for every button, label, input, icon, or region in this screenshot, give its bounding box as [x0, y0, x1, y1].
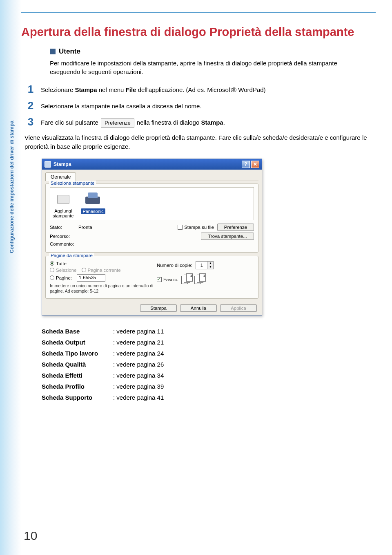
- group-label: Seleziona stampante: [49, 181, 96, 186]
- dialog-footer: Stampa Annulla Applica: [45, 302, 258, 312]
- pages-group: Pagine da stampare Tutte Selezione Pagin…: [45, 256, 258, 299]
- note-paragraph: Viene visualizzata la finestra di dialog…: [24, 133, 368, 151]
- ref-value: vedere pagina 21: [116, 339, 164, 346]
- section-heading-text: Utente: [59, 47, 80, 56]
- radio-label: Selezione: [56, 268, 77, 273]
- pages-hint: Immettere un unico numero di pagina o un…: [50, 283, 157, 294]
- dialog-title-text: Stampa: [53, 161, 71, 167]
- top-rule: [21, 12, 376, 13]
- ref-label: Scheda Output: [42, 339, 113, 346]
- collate-icon: 123 123: [181, 273, 207, 286]
- step-text: Selezionare la stampante nella casella a…: [41, 100, 368, 110]
- page-side-gradient: [0, 0, 21, 555]
- checkbox-label: Stampa su file: [184, 225, 214, 230]
- step-text: Selezionare: [41, 86, 75, 93]
- table-row: Scheda Supporto: vedere pagina 41: [42, 394, 368, 401]
- ref-value: vedere pagina 34: [116, 372, 164, 379]
- close-button[interactable]: ✕: [251, 161, 259, 168]
- print-dialog: Stampa ? ✕ Generale Seleziona stampante …: [42, 159, 262, 316]
- print-to-file-checkbox[interactable]: Stampa su file: [178, 225, 214, 230]
- step-1: 1 Selezionare Stampa nel menu File dell'…: [24, 84, 368, 94]
- spin-up-icon[interactable]: ▲: [208, 262, 213, 265]
- printer-icon: [85, 192, 102, 207]
- tab-generale[interactable]: Generale: [45, 172, 76, 181]
- printer-icon: [45, 161, 51, 168]
- step-number: 3: [24, 116, 37, 127]
- find-printer-button[interactable]: Trova stampante...: [201, 233, 254, 240]
- ref-value: vedere pagina 11: [116, 328, 164, 335]
- table-row: Scheda Output: vedere pagina 21: [42, 339, 368, 346]
- printer-group: Seleziona stampante Aggiungi stampante P…: [45, 184, 258, 253]
- intro-paragraph: Per modificare le impostazioni della sta…: [50, 59, 368, 77]
- ref-label: Scheda Effetti: [42, 372, 113, 379]
- radio-pages[interactable]: Pagine:: [50, 275, 72, 280]
- preferences-button[interactable]: Preferenze: [217, 224, 254, 231]
- section-side-label: Configurazione delle impostazioni del dr…: [9, 121, 16, 253]
- table-row: Scheda Tipo lavoro: vedere pagina 24: [42, 350, 368, 357]
- table-row: Scheda Profilo: vedere pagina 39: [42, 383, 368, 390]
- step-text: nella finestra di dialogo: [137, 119, 201, 126]
- ref-label: Scheda Base: [42, 328, 113, 335]
- group-label: Pagine da stampare: [49, 253, 94, 258]
- ref-label: Scheda Profilo: [42, 383, 113, 390]
- apply-button: Applica: [220, 304, 257, 312]
- step-number: 1: [24, 84, 37, 94]
- step-text: .: [223, 119, 225, 126]
- state-label: Stato:: [50, 225, 78, 230]
- printer-label: Panasonic: [81, 208, 105, 214]
- reference-table: Scheda Base: vedere pagina 11 Scheda Out…: [42, 328, 368, 401]
- radio-selection: Selezione: [50, 268, 77, 273]
- printer-item-add[interactable]: Aggiungi stampante: [53, 192, 74, 218]
- step-text: nel menu: [97, 86, 126, 93]
- ref-value: vedere pagina 26: [116, 361, 164, 368]
- step-text: Fare clic sul pulsante: [41, 119, 100, 126]
- checkbox-label: Fascic.: [163, 277, 178, 282]
- printer-label: Aggiungi stampante: [53, 208, 74, 218]
- dialog-titlebar: Stampa ? ✕: [42, 159, 262, 170]
- step-2: 2 Selezionare la stampante nella casella…: [24, 100, 368, 111]
- ref-value: vedere pagina 41: [116, 394, 164, 401]
- ref-value: vedere pagina 24: [116, 350, 164, 357]
- comment-label: Commento:: [50, 242, 78, 246]
- square-bullet-icon: [50, 49, 56, 54]
- inline-button-preferenze: Preferenze: [101, 119, 134, 128]
- copies-value: 1: [196, 262, 207, 269]
- copies-label: Numero di copie:: [157, 263, 192, 268]
- radio-label: Pagina corrente: [88, 268, 121, 273]
- radio-all[interactable]: Tutte: [50, 261, 67, 266]
- step-text-bold: Stampa: [75, 86, 97, 93]
- printer-list[interactable]: Aggiungi stampante Panasonic: [50, 187, 254, 220]
- table-row: Scheda Effetti: vedere pagina 34: [42, 372, 368, 379]
- collate-checkbox[interactable]: Fascic.: [157, 277, 178, 282]
- pages-input[interactable]: 1-65535: [77, 274, 105, 282]
- ref-label: Scheda Qualità: [42, 361, 113, 368]
- step-text-bold: File: [126, 86, 136, 93]
- printer-item-selected[interactable]: Panasonic: [81, 192, 105, 218]
- help-button[interactable]: ?: [242, 161, 250, 168]
- step-text: dell'applicazione. (Ad es. Microsoft® Wo…: [136, 86, 265, 93]
- radio-label: Tutte: [56, 261, 67, 266]
- section-heading: Utente: [50, 47, 368, 56]
- add-printer-icon: [55, 192, 72, 207]
- ref-label: Scheda Tipo lavoro: [42, 350, 113, 357]
- path-label: Percorso:: [50, 234, 78, 239]
- table-row: Scheda Base: vedere pagina 11: [42, 328, 368, 335]
- table-row: Scheda Qualità: vedere pagina 26: [42, 361, 368, 368]
- ref-label: Scheda Supporto: [42, 394, 113, 401]
- radio-current-page: Pagina corrente: [82, 268, 121, 273]
- step-text-bold: Stampa: [201, 119, 223, 126]
- print-button[interactable]: Stampa: [140, 304, 177, 312]
- step-number: 2: [24, 100, 37, 111]
- radio-label: Pagine:: [56, 275, 72, 280]
- ref-value: vedere pagina 39: [116, 383, 164, 390]
- state-value: Pronta: [78, 225, 178, 230]
- page-number: 10: [24, 529, 37, 543]
- page-title: Apertura della finestra di dialogo Propr…: [21, 25, 368, 40]
- step-3: 3 Fare clic sul pulsante Preferenze nell…: [24, 116, 368, 128]
- cancel-button[interactable]: Annulla: [180, 304, 217, 312]
- tabset: Generale: [45, 172, 258, 181]
- spin-down-icon[interactable]: ▼: [208, 265, 213, 269]
- copies-spinner[interactable]: 1 ▲▼: [196, 261, 214, 269]
